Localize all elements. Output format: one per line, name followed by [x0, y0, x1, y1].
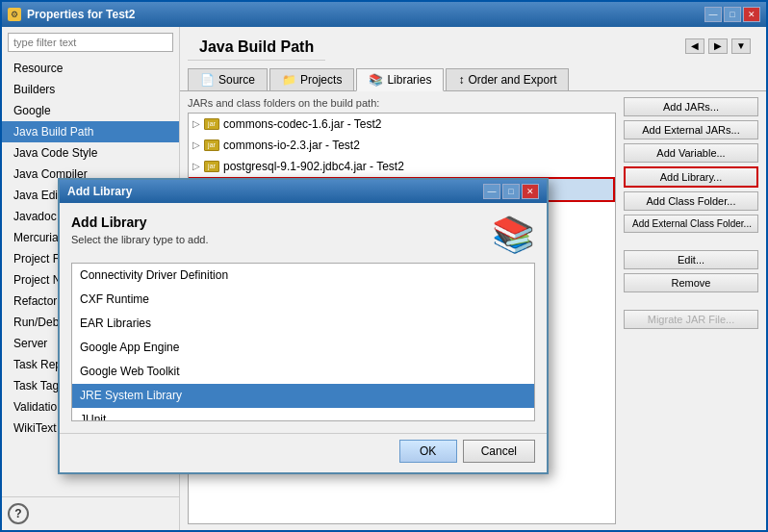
source-tab-icon: 📄: [200, 73, 215, 87]
title-bar-left: ⚙ Properties for Test2: [8, 8, 135, 21]
tab-source[interactable]: 📄 Source: [188, 68, 268, 90]
library-type-jre-system[interactable]: JRE System Library: [72, 384, 534, 408]
dialog-header: Add Library Select the library type to a…: [71, 215, 535, 255]
tab-projects[interactable]: 📁 Projects: [269, 68, 354, 90]
library-type-cxf[interactable]: CXF Runtime: [72, 288, 534, 312]
migrate-jar-button[interactable]: Migrate JAR File...: [624, 310, 758, 329]
jars-label: JARs and class folders on the build path…: [188, 97, 616, 109]
nav-arrows: ◀ ▶ ▼: [678, 37, 758, 56]
expand-arrow: ▷: [192, 158, 204, 175]
dialog-title-bar: Add Library — □ ✕: [60, 180, 547, 203]
back-button[interactable]: ◀: [685, 38, 704, 54]
jar-item-postgresql[interactable]: ▷ jar postgresql-9.1-902.jdbc4.jar - Tes…: [189, 156, 615, 177]
add-external-class-folder-button[interactable]: Add External Class Folder...: [624, 215, 758, 233]
order-export-tab-icon: ↕: [458, 73, 464, 87]
add-jars-button[interactable]: Add JARs...: [624, 97, 758, 116]
add-class-folder-button[interactable]: Add Class Folder...: [624, 191, 758, 211]
tab-libraries[interactable]: 📚 Libraries: [356, 68, 444, 91]
dialog-minimize-button[interactable]: —: [483, 184, 500, 199]
edit-button[interactable]: Edit...: [624, 250, 758, 269]
window-icon: ⚙: [8, 8, 21, 21]
library-type-google-app-engine[interactable]: Google App Engine: [72, 336, 534, 360]
add-external-jars-button[interactable]: Add External JARs...: [624, 120, 758, 139]
dialog-title-controls: — □ ✕: [483, 184, 539, 199]
forward-button[interactable]: ▶: [708, 38, 728, 54]
sidebar-item-google[interactable]: Google: [2, 100, 179, 121]
library-types-list[interactable]: Connectivity Driver Definition CXF Runti…: [71, 263, 535, 421]
window-title: Properties for Test2: [27, 8, 135, 21]
dialog-close-button[interactable]: ✕: [522, 184, 539, 199]
filter-input[interactable]: [8, 33, 173, 52]
library-type-connectivity[interactable]: Connectivity Driver Definition: [72, 264, 534, 288]
jar-icon: jar: [204, 118, 219, 130]
sidebar-bottom: ?: [2, 496, 179, 530]
panel-header-row: Java Build Path ◀ ▶ ▼: [180, 27, 766, 64]
sidebar-item-java-code-style[interactable]: Java Code Style: [2, 142, 179, 164]
dialog-body: Add Library Select the library type to a…: [60, 203, 547, 433]
expand-arrow: ▷: [192, 137, 204, 154]
tabs-row: 📄 Source 📁 Projects 📚 Libraries ↕ Order …: [180, 64, 766, 91]
expand-arrow: ▷: [192, 115, 204, 133]
sidebar-item-resource[interactable]: Resource: [2, 58, 179, 79]
add-library-button[interactable]: Add Library...: [624, 166, 758, 188]
menu-button[interactable]: ▼: [731, 38, 751, 54]
dialog-header-text: Add Library Select the library type to a…: [71, 215, 482, 245]
dialog-title-text: Add Library: [67, 185, 132, 198]
jar-item-commons-codec[interactable]: ▷ jar commons-codec-1.6.jar - Test2: [189, 114, 615, 135]
projects-tab-icon: 📁: [282, 73, 296, 87]
tab-source-label: Source: [218, 73, 255, 87]
library-type-ear[interactable]: EAR Libraries: [72, 312, 534, 336]
tab-libraries-label: Libraries: [387, 73, 431, 87]
minimize-button[interactable]: —: [704, 7, 722, 22]
title-bar: ⚙ Properties for Test2 — □ ✕: [2, 2, 766, 27]
dialog-ok-button[interactable]: OK: [399, 440, 457, 463]
library-type-junit[interactable]: JUnit: [72, 408, 534, 421]
close-button[interactable]: ✕: [743, 7, 760, 22]
dialog-cancel-button[interactable]: Cancel: [463, 440, 535, 463]
jar-icon: jar: [204, 161, 219, 172]
tab-projects-label: Projects: [300, 73, 342, 87]
remove-button[interactable]: Remove: [624, 273, 758, 292]
add-library-dialog[interactable]: Add Library — □ ✕ Add Library Select the…: [58, 178, 549, 474]
help-button[interactable]: ?: [8, 503, 29, 524]
jar-name: postgresql-9.1-902.jdbc4.jar - Test2: [223, 158, 404, 175]
jar-icon: jar: [204, 139, 219, 151]
library-type-google-web-toolkit[interactable]: Google Web Toolkit: [72, 360, 534, 384]
maximize-button[interactable]: □: [724, 7, 741, 22]
jar-name: commons-io-2.3.jar - Test2: [223, 137, 360, 154]
tab-order-export[interactable]: ↕ Order and Export: [446, 68, 569, 90]
libraries-tab-icon: 📚: [369, 73, 383, 87]
dialog-footer: OK Cancel: [60, 433, 547, 472]
sidebar-item-builders[interactable]: Builders: [2, 79, 179, 100]
dialog-add-library-title: Add Library: [71, 215, 482, 230]
dialog-subtitle: Select the library type to add.: [71, 234, 482, 245]
tab-order-export-label: Order and Export: [468, 73, 556, 87]
buttons-column: Add JARs... Add External JARs... Add Var…: [624, 97, 758, 524]
add-variable-button[interactable]: Add Variable...: [624, 143, 758, 163]
panel-title: Java Build Path: [188, 31, 325, 61]
sidebar-item-java-build-path[interactable]: Java Build Path: [2, 121, 179, 142]
dialog-maximize-button[interactable]: □: [502, 184, 520, 199]
jar-item-commons-io[interactable]: ▷ jar commons-io-2.3.jar - Test2: [189, 135, 615, 156]
jar-name: commons-codec-1.6.jar - Test2: [223, 115, 382, 133]
library-icon: 📚: [492, 215, 535, 255]
title-controls: — □ ✕: [704, 7, 760, 22]
